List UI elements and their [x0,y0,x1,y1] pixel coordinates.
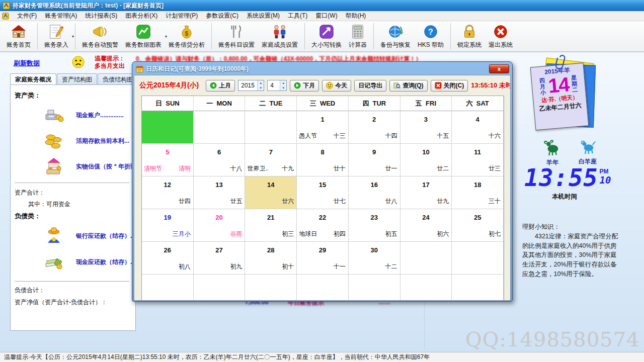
physical-assets-item[interactable]: 实物估值（按＂年折旧... [44,156,141,176]
cash-account-item[interactable]: 现金账户.............. [44,105,124,125]
calendar-cell-day-11[interactable]: 11廿三 [452,144,504,176]
calendar-cell-day-25[interactable]: 25初七 [452,209,504,242]
menu-item-7[interactable]: 工具(T) [284,11,311,21]
dialog-close-button[interactable]: x [489,64,509,73]
spinner-arrows[interactable]: ▲▼ [257,80,264,90]
query-button[interactable]: 查询(Q) [389,80,427,92]
calendar-cell-empty[interactable] [194,111,246,144]
menu-item-3[interactable]: 图表分析(X) [121,11,162,21]
month-spinner[interactable]: 4 ▲▼ [267,80,287,91]
today-button[interactable]: 今天 [322,80,351,92]
calendar-cell-empty[interactable] [245,275,297,301]
calendar-cell-empty[interactable] [400,242,452,275]
calendar-cell-day-24[interactable]: 24初六 [400,209,452,242]
calendar-cell-day-5[interactable]: 5清明节清明 [142,144,194,176]
calendar-cell-empty[interactable] [400,275,452,301]
menu-item-5[interactable]: 参数设置(C) [202,11,243,21]
loan-analysis-button[interactable]: $账务借贷分析 [165,22,208,50]
tab-family-finance-overview[interactable]: 家庭账务概况 [10,73,56,85]
calendar-cell-empty[interactable] [452,275,504,301]
calendar-cell-day-29[interactable]: 29十一 [297,242,349,275]
family-members-button[interactable]: 家庭成员设置 [258,22,301,50]
spin-down-icon[interactable]: ▼ [258,85,264,90]
calendar-cell-day-16[interactable]: 16廿八 [349,176,400,209]
zodiac-goat: 羊年 [536,139,569,167]
calendar-cell-day-13[interactable]: 13廿五 [194,176,246,209]
calendar-cell-day-7[interactable]: 7世界卫..十九 [245,144,297,176]
home-button[interactable]: 账务首页 [3,22,34,50]
current-deposit-item[interactable]: 活期存款当前本利... [44,131,129,151]
current-deposit-link[interactable]: 活期存款当前本利... [76,137,129,145]
calendar-cell-empty[interactable] [142,111,194,144]
calendar-cell-day-28[interactable]: 28初十 [245,242,297,275]
cash-repayment-link[interactable]: 现金应还款（结存）... [76,258,135,266]
subject-settings-button[interactable]: 账务科目设置 [215,22,258,50]
hks-help-button[interactable]: ?HKS 帮助 [414,22,447,50]
cash-account-link[interactable]: 现金账户.............. [76,111,124,120]
calendar-cell-day-2[interactable]: 2十四 [349,111,400,144]
calendar-cell-empty[interactable] [452,242,504,275]
calculator-button[interactable]: 计算器 [345,22,370,50]
calendar-cell-day-30[interactable]: 30十二 [349,242,400,275]
cash-repayment-item[interactable]: 现金应还款（结存）... [44,252,135,272]
spin-up-icon[interactable]: ▲ [280,80,286,85]
calendar-cell-empty[interactable] [194,275,246,301]
calendar-cell-day-9[interactable]: 9廿一 [349,144,400,176]
case-convert-icon [318,24,335,40]
entry-button[interactable]: 账务录入▾ [41,22,72,50]
calendar-cell-day-19[interactable]: 19三月小 [142,209,194,242]
calendar-cell-day-10[interactable]: 10廿二 [400,144,452,176]
calendar-cell-day-17[interactable]: 17廿九 [400,176,452,209]
data-chart-button[interactable]: 账务数据图表▾ [122,22,165,50]
calendar-cell-day-3[interactable]: 3十五 [400,111,452,144]
calendar-cell-day-27[interactable]: 27初九 [194,242,246,275]
calendar-cell-day-8[interactable]: 8廿十 [297,144,349,176]
calendar-cell-empty[interactable] [349,275,400,301]
auto-alert-button[interactable]: 账务自动预警 [78,22,122,50]
spinner-arrows[interactable]: ▲▼ [280,80,286,90]
finance-overview-panel: 资产类： 现金账户..............活期存款当前本利...实物估值（按… [10,84,136,331]
menu-item-0[interactable]: 文件(F) [13,11,41,21]
spin-down-icon[interactable]: ▼ [280,85,286,90]
calendar-cell-day-6[interactable]: 6十八 [194,144,246,176]
bank-repayment-item[interactable]: 银行应还款（结存）... [44,226,135,246]
calendar-cell-empty[interactable] [245,111,297,144]
calendar-cell-day-1[interactable]: 1愚人节十三 [297,111,349,144]
year-spinner[interactable]: 2015 ▲▼ [238,80,264,91]
menu-item-1[interactable]: 账务管理(A) [41,11,81,21]
next-month-button[interactable]: 下月 [290,80,319,92]
menu-item-4[interactable]: 计划管理(P) [162,11,202,21]
close-button[interactable]: 关闭(C) [431,80,468,92]
calendar-cell-day-26[interactable]: 26初八 [142,242,194,275]
calendar-cell-day-4[interactable]: 4十六 [452,111,504,144]
calendar-cell-day-14[interactable]: 14廿六 [245,176,297,209]
day-number: 11 [452,148,503,156]
dialog-title-bar[interactable]: 日历和日记(可查阅-3999年到10000年) x [134,63,511,75]
calendar-cell-day-21[interactable]: 21初三 [245,209,297,242]
day-number: 29 [297,246,348,254]
prev-month-button[interactable]: 上月 [206,80,235,92]
calendar-cell-day-12[interactable]: 12廿四 [142,176,194,209]
calendar-cell-empty[interactable] [297,275,349,301]
menu-item-9[interactable]: 帮助(H) [342,11,370,21]
calendar-cell-empty[interactable] [142,275,194,301]
tab-asset-structure[interactable]: 资产结构图 [57,73,97,85]
calendar-cell-day-15[interactable]: 15廿七 [297,176,349,209]
calendar-cell-day-18[interactable]: 18三十 [452,176,504,209]
calendar-cell-day-23[interactable]: 23初五 [349,209,400,242]
spin-up-icon[interactable]: ▲ [258,80,264,85]
menu-item-2[interactable]: 统计报表(S) [81,11,121,21]
diary-export-button[interactable]: 日记导出 [354,80,386,92]
menu-item-6[interactable]: 系统设置(M) [243,11,284,21]
exit-system-button[interactable]: 退出系统 [485,22,516,50]
menu-item-8[interactable]: 窗口(W) [311,11,341,21]
refresh-data-link[interactable]: 刷新数据 [14,59,40,68]
bank-repayment-link[interactable]: 银行应还款（结存）... [76,232,135,240]
calendar-cell-day-22[interactable]: 22地球日初四 [297,209,349,242]
calendar-cell-day-20[interactable]: 20谷雨 [194,209,246,242]
case-convert-button[interactable]: 大小写转换 [308,22,345,50]
dropdown-arrow-icon[interactable]: ▾ [72,34,74,39]
backup-restore-button[interactable]: 备份与恢复 [377,22,414,50]
day-number: 7 [245,148,296,156]
lock-system-button[interactable]: 锁定系统 [454,22,485,50]
